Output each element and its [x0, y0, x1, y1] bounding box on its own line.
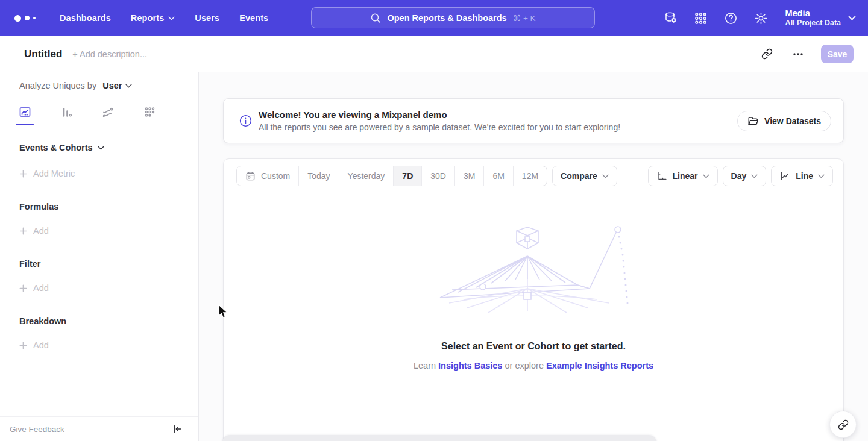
- chevron-down-icon: [125, 84, 132, 88]
- save-button[interactable]: Save: [821, 45, 854, 63]
- insights-basics-link[interactable]: Insights Basics: [438, 361, 502, 371]
- chevron-down-icon: [751, 174, 758, 178]
- bottom-table-peek[interactable]: [222, 435, 657, 441]
- interval-label: Day: [731, 171, 747, 181]
- global-search-bar[interactable]: Open Reports & Dashboards ⌘ + K: [311, 7, 595, 28]
- retention-tab-icon: [143, 106, 156, 119]
- analyze-by-value: User: [102, 81, 122, 90]
- chevron-down-icon: [703, 174, 709, 178]
- tab-flow-chart[interactable]: [101, 105, 115, 119]
- add-metric-label: Add Metric: [33, 169, 75, 178]
- data-management-icon[interactable]: [664, 11, 678, 25]
- search-shortcut: ⌘ + K: [513, 13, 536, 23]
- nav-dashboards[interactable]: Dashboards: [60, 13, 111, 23]
- range-6m[interactable]: 6M: [483, 166, 512, 186]
- range-today[interactable]: Today: [298, 166, 338, 186]
- banner-title: Welcome! You are viewing a Mixpanel demo: [259, 110, 620, 120]
- settings-gear-icon[interactable]: [754, 11, 769, 25]
- tab-retention-grid[interactable]: [143, 105, 156, 119]
- folder-icon: [747, 116, 759, 126]
- interval-selector-button[interactable]: Day: [723, 166, 767, 186]
- project-subtitle: All Project Data: [785, 19, 841, 28]
- link-icon: [838, 419, 849, 430]
- top-navbar: Dashboards Reports Users Events Open Rep…: [0, 0, 868, 36]
- banner-subtitle: All the reports you see are powered by a…: [259, 122, 620, 132]
- example-reports-link[interactable]: Example Insights Reports: [546, 361, 653, 371]
- empty-state-hint: Learn Insights Basics or explore Example…: [224, 361, 843, 371]
- add-formula-button[interactable]: Add: [19, 226, 198, 236]
- range-12m[interactable]: 12M: [513, 166, 547, 186]
- chart-type-selector-button[interactable]: Line: [771, 166, 833, 186]
- flow-tab-icon: [102, 106, 115, 119]
- analyze-by-selector[interactable]: User: [102, 81, 132, 90]
- scale-selector-button[interactable]: Linear: [648, 166, 718, 186]
- scale-label: Linear: [673, 171, 698, 181]
- line-chart-icon: [779, 170, 791, 181]
- chevron-down-icon: [848, 16, 856, 20]
- chevron-down-icon: [602, 174, 609, 178]
- chevron-down-icon: [168, 16, 175, 20]
- date-range-segmented-control: Custom Today Yesterday 7D 30D 3M 6M 12M: [236, 166, 547, 186]
- chevron-down-icon: [818, 174, 825, 178]
- hint-prefix: Learn: [414, 361, 436, 371]
- nav-events[interactable]: Events: [239, 13, 268, 23]
- chevron-down-icon: [98, 146, 104, 150]
- search-placeholder: Open Reports & Dashboards: [387, 13, 506, 23]
- range-7d[interactable]: 7D: [393, 166, 421, 186]
- compare-button[interactable]: Compare: [552, 166, 617, 186]
- search-icon: [370, 13, 381, 23]
- plus-icon: [19, 284, 27, 292]
- hint-middle: or explore: [505, 361, 543, 371]
- mixpanel-logo-icon[interactable]: [14, 15, 40, 22]
- compare-label: Compare: [561, 171, 597, 181]
- give-feedback-link[interactable]: Give Feedback: [10, 425, 64, 434]
- range-30d[interactable]: 30D: [421, 166, 454, 186]
- chart-type-tabs: [0, 99, 198, 125]
- nav-users[interactable]: Users: [195, 13, 219, 23]
- range-3m[interactable]: 3M: [454, 166, 483, 186]
- main-content: Welcome! You are viewing a Mixpanel demo…: [199, 72, 868, 441]
- add-filter-label: Add: [33, 283, 49, 293]
- nav-reports[interactable]: Reports: [131, 13, 175, 23]
- tab-insights-line[interactable]: [18, 105, 31, 119]
- copy-link-icon[interactable]: [758, 46, 775, 63]
- add-formula-label: Add: [33, 226, 49, 236]
- project-switcher[interactable]: Media All Project Data: [785, 8, 856, 28]
- insights-report-card: Custom Today Yesterday 7D 30D 3M 6M 12M …: [223, 158, 844, 441]
- demo-welcome-banner: Welcome! You are viewing a Mixpanel demo…: [223, 98, 844, 143]
- add-metric-button[interactable]: Add Metric: [19, 169, 198, 178]
- add-breakdown-button[interactable]: Add: [19, 340, 198, 350]
- query-sidebar: Analyze Uniques by User: [0, 72, 199, 441]
- share-link-floating-button[interactable]: [829, 411, 857, 438]
- breakdown-title: Breakdown: [19, 316, 66, 326]
- filter-title: Filter: [19, 259, 40, 269]
- collapse-sidebar-icon[interactable]: [172, 424, 182, 434]
- plus-icon: [19, 342, 27, 349]
- range-custom[interactable]: Custom: [237, 166, 298, 186]
- apps-grid-icon[interactable]: [694, 11, 708, 25]
- help-icon[interactable]: [724, 11, 738, 25]
- events-cohorts-section-header[interactable]: Events & Cohorts: [19, 143, 198, 152]
- nav-reports-label: Reports: [131, 13, 165, 23]
- line-chart-tab-icon: [19, 106, 31, 119]
- plus-icon: [19, 227, 27, 235]
- view-datasets-button[interactable]: View Datasets: [737, 111, 831, 131]
- range-yesterday[interactable]: Yesterday: [339, 166, 394, 186]
- report-title[interactable]: Untitled: [24, 48, 62, 60]
- chart-controls: Custom Today Yesterday 7D 30D 3M 6M 12M …: [224, 159, 843, 193]
- report-description-placeholder[interactable]: + Add description...: [72, 49, 147, 59]
- chart-type-label: Line: [796, 171, 813, 181]
- bar-chart-tab-icon: [60, 106, 73, 119]
- events-cohorts-title: Events & Cohorts: [19, 143, 93, 152]
- project-name: Media: [785, 8, 810, 19]
- add-filter-button[interactable]: Add: [19, 283, 198, 293]
- empty-state: Select an Event or Cohort to get started…: [224, 193, 843, 371]
- formulas-title: Formulas: [19, 202, 58, 211]
- filter-section-header: Filter: [19, 259, 198, 269]
- calendar-icon: [245, 171, 256, 181]
- breakdown-section-header: Breakdown: [19, 316, 198, 326]
- report-header: Untitled + Add description... Save: [0, 36, 868, 72]
- more-options-icon[interactable]: [790, 46, 807, 63]
- tab-bar-chart[interactable]: [60, 105, 73, 119]
- info-icon: [239, 114, 252, 127]
